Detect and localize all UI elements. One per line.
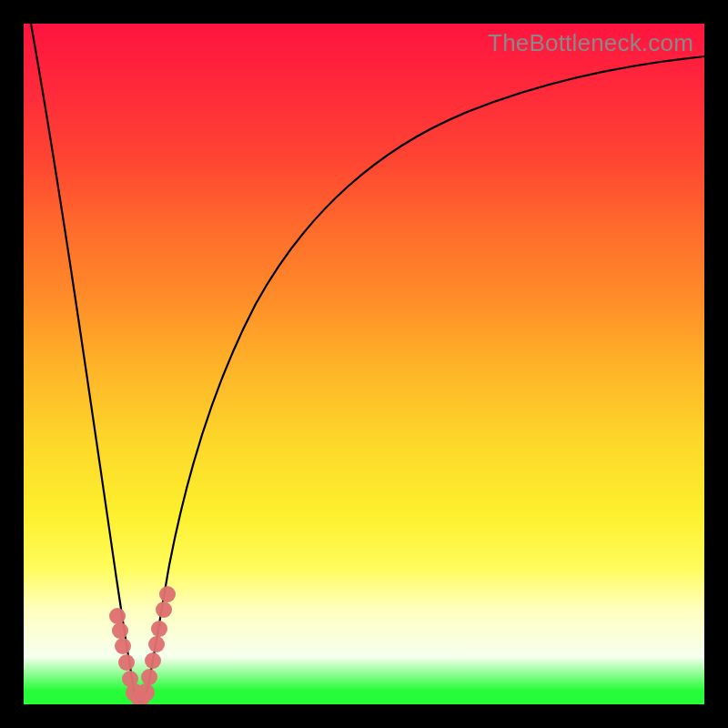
marker-dot [145, 652, 161, 669]
marker-dot [112, 622, 128, 639]
marker-dot [109, 608, 126, 624]
marker-dot [115, 638, 131, 654]
plot-area: TheBottleneck.com [24, 24, 704, 704]
marker-dot [141, 669, 157, 685]
bottleneck-curve [31, 24, 704, 702]
marker-dot [148, 636, 165, 652]
marker-cluster [109, 586, 176, 704]
marker-dot [156, 602, 172, 618]
marker-dot [151, 621, 167, 637]
chart-svg [24, 24, 704, 704]
marker-dot [159, 586, 176, 602]
marker-dot [136, 683, 155, 702]
chart-frame: TheBottleneck.com [0, 0, 728, 728]
marker-dot [118, 654, 135, 671]
